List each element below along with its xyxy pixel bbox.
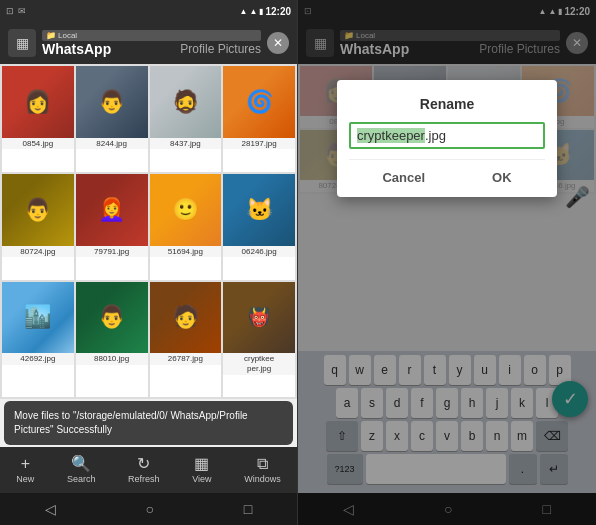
file-label: 51694.jpg: [150, 246, 222, 258]
list-item[interactable]: 🌀 28197.jpg: [223, 66, 295, 172]
folder-icon: 📁: [46, 31, 56, 40]
time-display: 12:20: [265, 6, 291, 17]
cancel-button[interactable]: Cancel: [362, 166, 445, 189]
file-label: 8244.jpg: [76, 138, 148, 150]
close-button[interactable]: ✕: [267, 32, 289, 54]
dialog-title: Rename: [349, 96, 545, 112]
windows-icon: ⧉: [257, 456, 268, 472]
bottom-nav: + New 🔍 Search ↻ Refresh ▦ View ⧉ Window…: [0, 447, 297, 493]
list-item[interactable]: 👨 8244.jpg: [76, 66, 148, 172]
refresh-icon: ↻: [137, 456, 150, 472]
nav-refresh-label: Refresh: [128, 474, 160, 484]
thumbnail: 👩: [2, 66, 74, 138]
usb-icon: ⊡: [6, 6, 14, 16]
plus-icon: +: [21, 456, 30, 472]
file-label: 28197.jpg: [223, 138, 295, 150]
thumbnail: 👨: [76, 282, 148, 354]
signal-icon: ▲: [250, 7, 258, 16]
app-bar: ▦ 📁 Local WhatsApp Profile Pictures ✕: [0, 22, 297, 64]
list-item[interactable]: 👩 0854.jpg: [2, 66, 74, 172]
status-bar-left: ⊡ ✉ ▲ ▲ ▮ 12:20: [0, 0, 297, 22]
list-item[interactable]: 👹 cryptkeeper.jpg: [223, 282, 295, 397]
status-icons: ▲ ▲ ▮ 12:20: [240, 6, 291, 17]
toast-message: Move files to "/storage/emulated/0/ What…: [4, 401, 293, 445]
list-item[interactable]: 🐱 06246.jpg: [223, 174, 295, 280]
file-label: 88010.jpg: [76, 353, 148, 365]
grid-symbol: ▦: [16, 35, 29, 51]
nav-view[interactable]: ▦ View: [192, 456, 211, 484]
file-label: 0854.jpg: [2, 138, 74, 150]
system-nav-left: ◁ ○ □: [0, 493, 297, 525]
wifi-icon: ▲: [240, 7, 248, 16]
file-label: 80724.jpg: [2, 246, 74, 258]
file-label: 8437.jpg: [150, 138, 222, 150]
file-label: 42692.jpg: [2, 353, 74, 365]
nav-search[interactable]: 🔍 Search: [67, 456, 96, 484]
list-item[interactable]: 👨 80724.jpg: [2, 174, 74, 280]
ok-button[interactable]: OK: [472, 166, 532, 189]
left-panel: ⊡ ✉ ▲ ▲ ▮ 12:20 ▦ 📁 Local WhatsApp Profi…: [0, 0, 298, 525]
local-badge: 📁 Local: [42, 30, 261, 41]
file-label: 79791.jpg: [76, 246, 148, 258]
notification-icon: ✉: [18, 6, 26, 16]
nav-new[interactable]: + New: [16, 456, 34, 484]
thumbnail: 🐱: [223, 174, 295, 246]
back-button[interactable]: ◁: [45, 501, 56, 517]
close-icon: ✕: [273, 36, 283, 50]
list-item[interactable]: 🏙️ 42692.jpg: [2, 282, 74, 397]
nav-new-label: New: [16, 474, 34, 484]
battery-icon: ▮: [259, 7, 263, 16]
grid-icon[interactable]: ▦: [8, 29, 36, 57]
dialog-overlay: Rename cryptkeeper.jpg Cancel OK: [298, 0, 596, 525]
nav-windows-label: Windows: [244, 474, 281, 484]
app-subtitle: Profile Pictures: [180, 42, 261, 56]
list-item[interactable]: 🧔 8437.jpg: [150, 66, 222, 172]
thumbnail: 🙂: [150, 174, 222, 246]
thumbnail: 🧑: [150, 282, 222, 354]
thumbnail: 🏙️: [2, 282, 74, 354]
list-item[interactable]: 👨 88010.jpg: [76, 282, 148, 397]
file-grid-left: 👩 0854.jpg 👨 8244.jpg 🧔 8437.jpg 🌀 28197…: [0, 64, 297, 399]
view-icon: ▦: [194, 456, 209, 472]
thumbnail: 🧔: [150, 66, 222, 138]
nav-search-label: Search: [67, 474, 96, 484]
home-button[interactable]: ○: [146, 501, 154, 517]
rename-dialog: Rename cryptkeeper.jpg Cancel OK: [337, 80, 557, 197]
nav-refresh[interactable]: ↻ Refresh: [128, 456, 160, 484]
thumbnail: 👨: [76, 66, 148, 138]
list-item[interactable]: 🙂 51694.jpg: [150, 174, 222, 280]
file-label: 26787.jpg: [150, 353, 222, 365]
app-title: WhatsApp: [42, 41, 172, 57]
nav-windows[interactable]: ⧉ Windows: [244, 456, 281, 484]
dialog-buttons: Cancel OK: [349, 159, 545, 189]
file-label: 06246.jpg: [223, 246, 295, 258]
list-item[interactable]: 🧑 26787.jpg: [150, 282, 222, 397]
recents-button[interactable]: □: [244, 501, 252, 517]
rename-input[interactable]: cryptkeeper.jpg: [349, 122, 545, 149]
right-panel: ⊡ ▲ ▲ ▮ 12:20 ▦ 📁 Local WhatsApp Profile…: [298, 0, 596, 525]
thumbnail: 👩‍🦰: [76, 174, 148, 246]
list-item[interactable]: 👩‍🦰 79791.jpg: [76, 174, 148, 280]
thumbnail: 👨: [2, 174, 74, 246]
search-icon: 🔍: [71, 456, 91, 472]
input-highlight: cryptkeeper: [357, 128, 425, 143]
file-label: cryptkeeper.jpg: [223, 353, 295, 374]
thumbnail: 👹: [223, 282, 295, 354]
input-suffix: .jpg: [425, 128, 446, 143]
nav-view-label: View: [192, 474, 211, 484]
thumbnail: 🌀: [223, 66, 295, 138]
